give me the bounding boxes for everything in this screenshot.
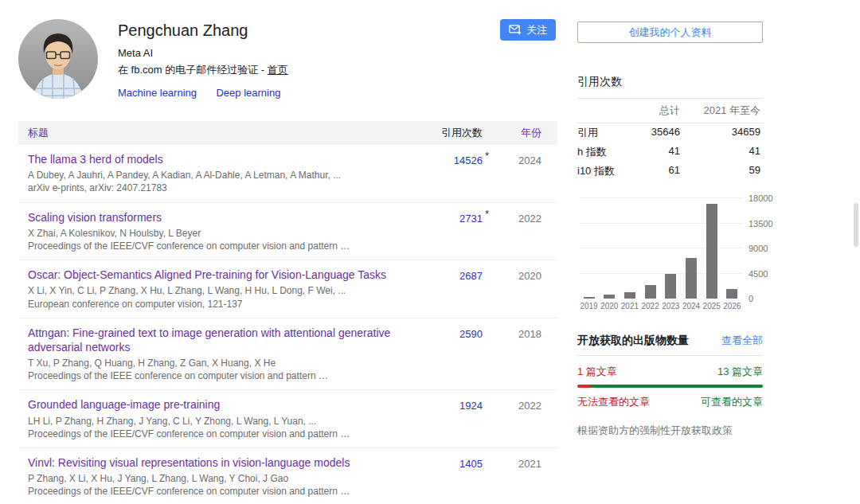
publications-table: 标题 引用次数 年份 The llama 3 herd of modelsA D…: [18, 121, 557, 504]
avatar-photo: [18, 19, 98, 99]
open-access-available-label: 可查看的文章: [701, 395, 763, 409]
citation-metric-row: h 指数4141: [577, 143, 763, 162]
create-profile-button[interactable]: 创建我的个人资料: [577, 21, 763, 43]
metric-label[interactable]: h 指数: [577, 145, 632, 159]
article-year: 2024: [494, 152, 541, 166]
article-row: The llama 3 herd of modelsA Dubey, A Jau…: [18, 145, 557, 203]
chart-x-tick-label: 2025: [702, 302, 721, 311]
metric-label[interactable]: 引用: [577, 126, 632, 140]
chart-x-tick-label: 2022: [640, 302, 660, 311]
article-year: 2021: [494, 455, 541, 470]
metrics-header-all: 总计: [632, 104, 680, 118]
article-authors: T Xu, P Zhang, Q Huang, H Zhang, Z Gan, …: [28, 357, 406, 369]
article-venue: Proceedings of the IEEE/CVF conference o…: [28, 485, 406, 498]
envelope-plus-icon: [509, 25, 522, 35]
chart-bar-2026[interactable]: [726, 289, 737, 299]
citation-metric-row: 引用3564634659: [577, 123, 763, 143]
chart-y-tick-label: 0: [749, 294, 753, 303]
chart-bar-2025[interactable]: [706, 204, 717, 299]
cited-by-title[interactable]: 引用次数: [577, 75, 763, 89]
open-access-unavailable-label: 无法查看的文章: [577, 395, 650, 409]
sidebar: 创建我的个人资料 引用次数 总计 2021 年至今 引用3564634659h …: [577, 21, 763, 438]
article-venue: arXiv e-prints, arXiv: 2407.21783: [28, 182, 406, 194]
article-merged-star: *: [483, 150, 494, 162]
chart-bars: [579, 198, 742, 299]
article-row: Attngan: Fine-grained text to image gene…: [18, 318, 557, 391]
interest-link-deep-learning[interactable]: Deep learning: [216, 87, 280, 99]
homepage-link[interactable]: 首页: [268, 64, 288, 76]
article-title-link[interactable]: Scaling vision transformers: [28, 210, 406, 225]
citation-metrics-rows: 引用3564634659h 指数4141i10 指数6159: [577, 123, 763, 181]
chart-plot-area: [579, 198, 742, 299]
chart-x-tick-label: 2021: [620, 302, 639, 311]
chart-y-tick-label: 9000: [749, 244, 768, 253]
view-all-link[interactable]: 查看全部: [721, 334, 763, 348]
chart-bar-2021[interactable]: [624, 292, 635, 299]
article-authors: A Dubey, A Jauhri, A Pandey, A Kadian, A…: [28, 169, 406, 182]
chart-x-tick-label: 2026: [722, 302, 742, 311]
column-header-cited-by[interactable]: 引用次数: [419, 126, 483, 140]
article-title-link[interactable]: Vinvl: Revisiting visual representations…: [28, 455, 406, 470]
article-title-link[interactable]: The llama 3 herd of models: [28, 152, 406, 166]
chart-x-tick-label: 2024: [682, 302, 702, 311]
chart-y-tick-label: 13500: [749, 219, 773, 229]
follow-button[interactable]: 关注: [500, 19, 556, 41]
article-year: 2020: [494, 268, 541, 282]
profile-header: Pengchuan Zhang Meta AI 在 fb.com 的电子邮件经过…: [18, 19, 557, 102]
chart-bar-2022[interactable]: [645, 285, 656, 299]
article-cited-by-count[interactable]: 2731: [419, 210, 483, 225]
article-row: Oscar: Object-Semantics Aligned Pre-trai…: [18, 260, 557, 318]
avatar[interactable]: [18, 19, 98, 99]
open-access-available-count[interactable]: 13 篇文章: [717, 365, 763, 379]
progress-bar-available-segment: [590, 385, 763, 388]
chart-bar-2020[interactable]: [604, 295, 615, 299]
metrics-header-spacer: [577, 104, 632, 118]
metric-all-value: 35646: [632, 126, 680, 140]
article-year: 2022: [494, 210, 541, 225]
article-cited-by-count[interactable]: 2687: [419, 268, 483, 282]
open-access-title: 开放获取的出版物数量: [577, 334, 689, 348]
citations-per-year-chart: 20192020202120222023202420252026 0450090…: [577, 198, 763, 315]
profile-affiliation: Meta AI: [118, 47, 557, 59]
article-title-link[interactable]: Grounded language-image pre-training: [28, 397, 406, 412]
column-header-title[interactable]: 标题: [18, 126, 419, 140]
article-year: 2018: [494, 326, 541, 340]
email-verified-text: 在 fb.com 的电子邮件经过验证 -: [118, 64, 268, 76]
chart-x-axis-labels: 20192020202120222023202420252026: [579, 302, 742, 311]
open-access-section: 开放获取的出版物数量 查看全部 1 篇文章 13 篇文章 无法查看的文章 可查看…: [577, 334, 763, 438]
article-row: Grounded language-image pre-trainingLH L…: [18, 390, 557, 448]
article-row: Scaling vision transformersX Zhai, A Kol…: [18, 203, 557, 261]
progress-bar-unavailable-segment: [577, 385, 590, 388]
chart-x-tick-label: 2023: [661, 302, 681, 311]
metric-since-value: 59: [680, 164, 760, 178]
chart-x-tick-label: 2020: [600, 302, 620, 311]
article-cited-by-count[interactable]: 1405: [419, 455, 483, 470]
interest-link-machine-learning[interactable]: Machine learning: [118, 87, 197, 99]
article-cited-by-count[interactable]: 14526: [419, 152, 483, 166]
citation-metrics-header: 总计 2021 年至今: [577, 98, 763, 123]
article-title-link[interactable]: Attngan: Fine-grained text to image gene…: [28, 326, 406, 354]
profile-interests: Machine learning Deep learning: [118, 85, 557, 100]
article-authors: LH Li, P Zhang, H Zhang, J Yang, C Li, Y…: [28, 415, 406, 428]
article-cited-by-count[interactable]: 1924: [419, 397, 483, 412]
scrollbar-thumb[interactable]: [854, 203, 858, 247]
article-merged-star: *: [483, 208, 494, 220]
chart-x-tick-label: 2019: [579, 302, 599, 311]
article-list: The llama 3 herd of modelsA Dubey, A Jau…: [18, 145, 557, 504]
metric-since-value: 34659: [680, 126, 760, 140]
article-row: Vinvl: Revisiting visual representations…: [18, 448, 557, 504]
article-venue: Proceedings of the IEEE/CVF conference o…: [28, 240, 406, 252]
chart-bar-2024[interactable]: [686, 258, 697, 299]
article-title-link[interactable]: Oscar: Object-Semantics Aligned Pre-trai…: [28, 268, 406, 282]
chart-bar-2023[interactable]: [665, 274, 676, 299]
metric-label[interactable]: i10 指数: [577, 164, 632, 178]
chart-y-tick-label: 18000: [749, 193, 773, 203]
metric-all-value: 41: [632, 145, 680, 159]
profile-name: Pengchuan Zhang: [118, 21, 557, 40]
metrics-header-since: 2021 年至今: [680, 104, 760, 118]
chart-bar-2019[interactable]: [584, 297, 595, 299]
column-header-year[interactable]: 年份: [494, 126, 541, 140]
open-access-unavailable-count[interactable]: 1 篇文章: [577, 365, 617, 379]
article-cited-by-count[interactable]: 2590: [419, 326, 483, 340]
metric-all-value: 61: [632, 164, 680, 178]
